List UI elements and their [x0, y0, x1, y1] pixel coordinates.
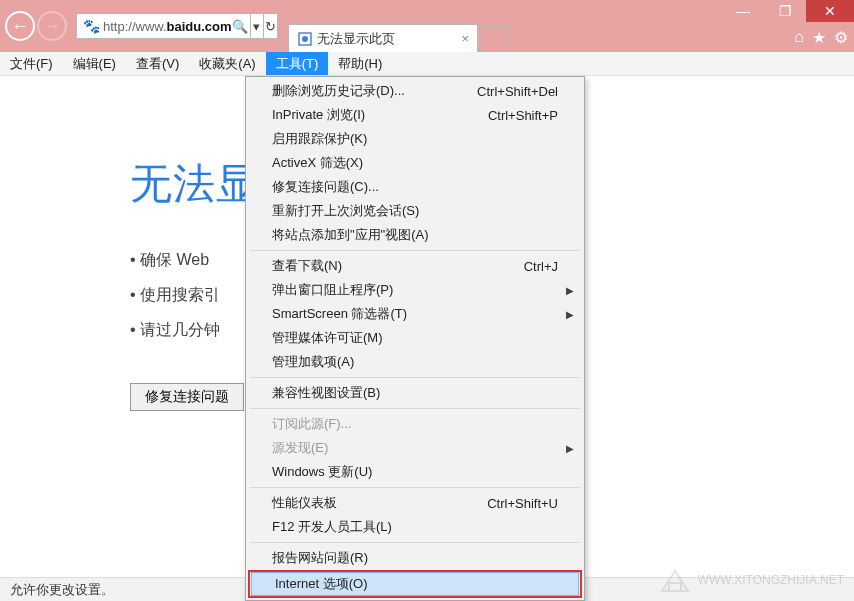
- arrow-right-icon: →: [43, 16, 61, 37]
- dd-label: Internet 选项(O): [275, 575, 367, 593]
- gear-icon[interactable]: ⚙: [834, 28, 848, 47]
- dd-performance[interactable]: 性能仪表板Ctrl+Shift+U: [248, 491, 582, 515]
- back-button[interactable]: ←: [5, 11, 35, 41]
- submenu-arrow-icon: ▶: [566, 309, 574, 320]
- home-icon[interactable]: ⌂: [794, 28, 804, 47]
- dd-label: 重新打开上次浏览会话(S): [272, 202, 419, 220]
- dd-label: F12 开发人员工具(L): [272, 518, 392, 536]
- dd-smartscreen[interactable]: SmartScreen 筛选器(T)▶: [248, 302, 582, 326]
- dd-label: 删除浏览历史记录(D)...: [272, 82, 405, 100]
- close-button[interactable]: ✕: [806, 0, 854, 22]
- dd-shortcut: Ctrl+J: [524, 259, 558, 274]
- menu-favorites[interactable]: 收藏夹(A): [189, 52, 265, 75]
- dd-reopen-session[interactable]: 重新打开上次浏览会话(S): [248, 199, 582, 223]
- watermark: WWW.XITONGZHIJIA.NET: [658, 565, 844, 595]
- new-tab-button[interactable]: [480, 26, 506, 52]
- dd-separator: [250, 377, 580, 378]
- dd-separator: [250, 408, 580, 409]
- dd-report-site[interactable]: 报告网站问题(R): [248, 546, 582, 570]
- url-prefix: http://www.: [103, 19, 167, 34]
- dd-label: ActiveX 筛选(X): [272, 154, 363, 172]
- arrow-left-icon: ←: [11, 16, 29, 37]
- tab-active[interactable]: 无法显示此页 ×: [288, 24, 478, 52]
- fix-connection-button[interactable]: 修复连接问题: [130, 383, 244, 411]
- dd-label: 订阅此源(F)...: [272, 415, 351, 433]
- dd-compat-view[interactable]: 兼容性视图设置(B): [248, 381, 582, 405]
- dd-label: 源发现(E): [272, 439, 328, 457]
- dd-delete-history[interactable]: 删除浏览历史记录(D)...Ctrl+Shift+Del: [248, 79, 582, 103]
- minimize-icon: —: [736, 3, 750, 19]
- submenu-arrow-icon: ▶: [566, 443, 574, 454]
- dd-separator: [250, 250, 580, 251]
- dd-media-license[interactable]: 管理媒体许可证(M): [248, 326, 582, 350]
- tab-title: 无法显示此页: [317, 30, 395, 48]
- tab-favicon: [297, 31, 313, 47]
- dd-windows-update[interactable]: Windows 更新(U): [248, 460, 582, 484]
- dd-label: 管理媒体许可证(M): [272, 329, 383, 347]
- maximize-button[interactable]: ❐: [764, 0, 806, 22]
- dd-label: 兼容性视图设置(B): [272, 384, 380, 402]
- menu-bar: 文件(F) 编辑(E) 查看(V) 收藏夹(A) 工具(T) 帮助(H): [0, 52, 854, 76]
- dd-label: 将站点添加到"应用"视图(A): [272, 226, 429, 244]
- dd-internet-options[interactable]: Internet 选项(O): [251, 572, 579, 596]
- dd-shortcut: Ctrl+Shift+Del: [477, 84, 558, 99]
- dd-label: 性能仪表板: [272, 494, 337, 512]
- dd-separator: [250, 487, 580, 488]
- dd-addons[interactable]: 管理加载项(A): [248, 350, 582, 374]
- dd-popup-blocker[interactable]: 弹出窗口阻止程序(P)▶: [248, 278, 582, 302]
- dd-add-to-app[interactable]: 将站点添加到"应用"视图(A): [248, 223, 582, 247]
- tools-dropdown: 删除浏览历史记录(D)...Ctrl+Shift+Del InPrivate 浏…: [245, 76, 585, 601]
- annotation-highlight: Internet 选项(O): [248, 570, 582, 598]
- favorites-icon[interactable]: ★: [812, 28, 826, 47]
- menu-tools[interactable]: 工具(T): [266, 52, 329, 75]
- refresh-button[interactable]: ↻: [264, 13, 278, 39]
- site-favicon: 🐾: [83, 18, 99, 34]
- dd-label: 启用跟踪保护(K): [272, 130, 367, 148]
- error-page-icon: [298, 32, 312, 46]
- url-dropdown-button[interactable]: ▾: [251, 13, 265, 39]
- submenu-arrow-icon: ▶: [566, 285, 574, 296]
- dd-shortcut: Ctrl+Shift+P: [488, 108, 558, 123]
- dd-activex[interactable]: ActiveX 筛选(X): [248, 151, 582, 175]
- search-icon[interactable]: 🔍: [232, 19, 248, 34]
- nav-buttons: ← →: [0, 0, 72, 52]
- address-wrap: 🐾 http://www.baidu.com 🔍 ▾ ↻: [72, 0, 282, 52]
- dd-label: Windows 更新(U): [272, 463, 372, 481]
- menu-help[interactable]: 帮助(H): [328, 52, 392, 75]
- dd-label: InPrivate 浏览(I): [272, 106, 365, 124]
- dd-tracking[interactable]: 启用跟踪保护(K): [248, 127, 582, 151]
- tab-close-button[interactable]: ×: [457, 31, 473, 46]
- svg-point-1: [302, 36, 308, 42]
- menu-view[interactable]: 查看(V): [126, 52, 189, 75]
- dd-label: 弹出窗口阻止程序(P): [272, 281, 393, 299]
- dd-subscribe-feed: 订阅此源(F)...: [248, 412, 582, 436]
- dd-separator: [250, 542, 580, 543]
- dd-view-downloads[interactable]: 查看下载(N)Ctrl+J: [248, 254, 582, 278]
- menu-file[interactable]: 文件(F): [0, 52, 63, 75]
- dd-shortcut: Ctrl+Shift+U: [487, 496, 558, 511]
- forward-button: →: [37, 11, 67, 41]
- dd-feed-discovery: 源发现(E)▶: [248, 436, 582, 460]
- tab-strip: 无法显示此页 ×: [282, 0, 506, 52]
- dd-label: 修复连接问题(C)...: [272, 178, 379, 196]
- dd-label: 管理加载项(A): [272, 353, 354, 371]
- menu-edit[interactable]: 编辑(E): [63, 52, 126, 75]
- command-bar: ⌂ ★ ⚙: [794, 28, 848, 47]
- url-domain: baidu.com: [167, 19, 232, 34]
- status-text: 允许你更改设置。: [10, 582, 114, 597]
- dd-label: 报告网站问题(R): [272, 549, 368, 567]
- close-icon: ✕: [824, 3, 836, 19]
- dd-f12-tools[interactable]: F12 开发人员工具(L): [248, 515, 582, 539]
- watermark-logo-icon: [658, 565, 692, 595]
- dd-inprivate[interactable]: InPrivate 浏览(I)Ctrl+Shift+P: [248, 103, 582, 127]
- dd-label: 查看下载(N): [272, 257, 342, 275]
- refresh-icon: ↻: [265, 19, 276, 34]
- maximize-icon: ❐: [779, 3, 792, 19]
- dd-fix-connection[interactable]: 修复连接问题(C)...: [248, 175, 582, 199]
- window-controls: — ❐ ✕: [722, 0, 854, 22]
- url-text: http://www.baidu.com: [103, 19, 232, 34]
- minimize-button[interactable]: —: [722, 0, 764, 22]
- title-bar: ← → 🐾 http://www.baidu.com 🔍 ▾ ↻ 无法显示此页 …: [0, 0, 854, 52]
- address-bar[interactable]: 🐾 http://www.baidu.com 🔍: [76, 13, 251, 39]
- dd-label: SmartScreen 筛选器(T): [272, 305, 407, 323]
